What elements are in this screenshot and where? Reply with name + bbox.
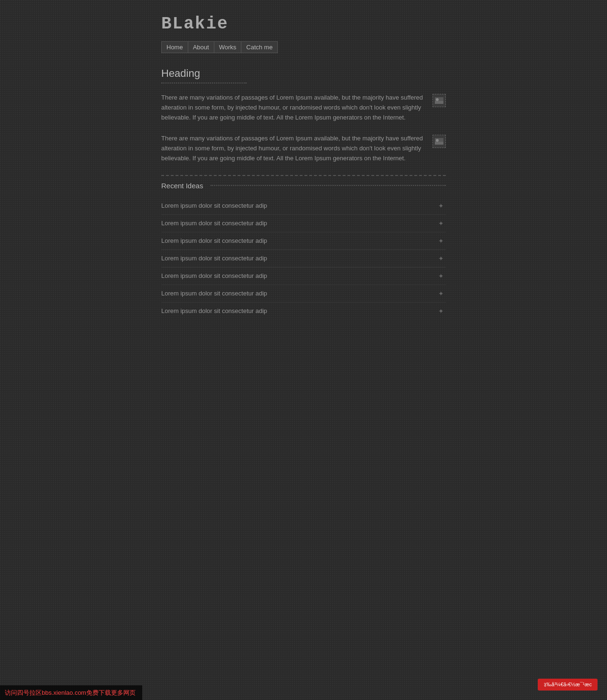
- list-item[interactable]: Lorem ipsum dolor sit consectetur adip✦: [161, 267, 446, 285]
- nav-about[interactable]: About: [188, 41, 214, 53]
- recent-ideas-section: Recent Ideas Lorem ipsum dolor sit conse…: [161, 175, 446, 320]
- item-text: Lorem ipsum dolor sit consectetur adip: [161, 307, 267, 314]
- main-nav: Home About Works Catch me: [161, 41, 446, 53]
- item-text: Lorem ipsum dolor sit consectetur adip: [161, 255, 267, 262]
- recent-ideas-title: Recent Ideas: [161, 182, 208, 190]
- thumbnail-2: [432, 135, 446, 148]
- item-text: Lorem ipsum dolor sit consectetur adip: [161, 202, 267, 209]
- bottom-link[interactable]: 访问四号拉区bbs.xienlao.com免费下载更多网页: [5, 689, 136, 696]
- nav-home[interactable]: Home: [161, 41, 188, 53]
- list-item[interactable]: Lorem ipsum dolor sit consectetur adip✦: [161, 232, 446, 250]
- ideas-list: Lorem ipsum dolor sit consectetur adip✦L…: [161, 197, 446, 320]
- item-text: Lorem ipsum dolor sit consectetur adip: [161, 237, 267, 244]
- thumbnail-image-2: [435, 138, 443, 145]
- bottom-link-bar: 访问四号拉区bbs.xienlao.com免费下载更多网页: [0, 685, 142, 700]
- item-text: Lorem ipsum dolor sit consectetur adip: [161, 290, 267, 297]
- star-icon: ✦: [436, 236, 446, 246]
- list-item[interactable]: Lorem ipsum dolor sit consectetur adip✦: [161, 215, 446, 232]
- bottom-badge[interactable]: ३‰å³¼€ã‹€½æ¯¹æc: [538, 679, 598, 691]
- content-block-2: There are many variations of passages of…: [161, 134, 446, 163]
- thumbnail-image-1: [435, 97, 443, 104]
- ideas-dotted-divider: [211, 185, 446, 186]
- list-item[interactable]: Lorem ipsum dolor sit consectetur adip✦: [161, 250, 446, 267]
- star-icon: ✦: [436, 254, 446, 263]
- content-text-1: There are many variations of passages of…: [161, 93, 427, 122]
- site-title: BLakie: [161, 9, 446, 34]
- star-icon: ✦: [436, 201, 446, 211]
- star-icon: ✦: [436, 306, 446, 316]
- nav-works[interactable]: Works: [214, 41, 241, 53]
- recent-ideas-header: Recent Ideas: [161, 182, 446, 190]
- list-item[interactable]: Lorem ipsum dolor sit consectetur adip✦: [161, 197, 446, 215]
- list-item[interactable]: Lorem ipsum dolor sit consectetur adip✦: [161, 303, 446, 320]
- content-text-2: There are many variations of passages of…: [161, 134, 427, 163]
- item-text: Lorem ipsum dolor sit consectetur adip: [161, 220, 267, 227]
- star-icon: ✦: [436, 271, 446, 281]
- page-heading: Heading: [161, 67, 446, 80]
- list-item[interactable]: Lorem ipsum dolor sit consectetur adip✦: [161, 285, 446, 303]
- thumbnail-1: [432, 94, 446, 107]
- star-icon: ✦: [436, 219, 446, 228]
- item-text: Lorem ipsum dolor sit consectetur adip: [161, 272, 267, 279]
- heading-divider: [161, 83, 247, 83]
- star-icon: ✦: [436, 289, 446, 298]
- nav-catchme[interactable]: Catch me: [241, 41, 278, 53]
- content-block-1: There are many variations of passages of…: [161, 93, 446, 122]
